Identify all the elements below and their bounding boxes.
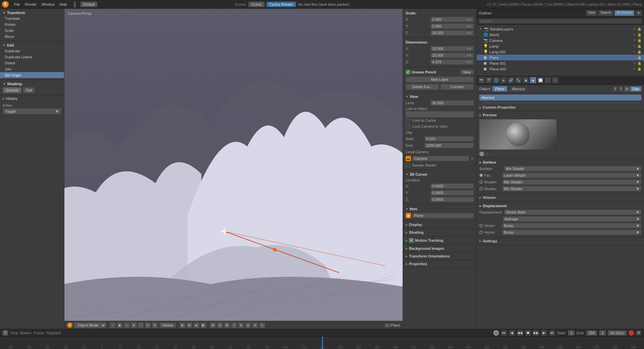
skip-start-btn[interactable]: ⏮ <box>501 330 507 336</box>
f-badge[interactable]: F <box>619 86 624 92</box>
particles-icon-btn[interactable]: ∴ <box>544 77 551 83</box>
outliner-filter-btn[interactable]: ▼ <box>635 10 642 16</box>
vector1-dropdown[interactable]: Bump ▼ <box>502 223 641 228</box>
timeline-extra-btn[interactable]: ⚙ <box>636 330 641 336</box>
preview-plane-btn[interactable] <box>485 152 489 156</box>
set-origin-item[interactable]: Set Origin <box>0 72 64 78</box>
delete-fra-btn[interactable]: Delete Fra... <box>406 84 439 90</box>
texture-shading-btn[interactable]: ◧ <box>200 322 207 328</box>
scene-name[interactable]: Scene <box>248 2 264 7</box>
mirror-item[interactable]: Mirror <box>0 34 64 40</box>
scale-z-field[interactable]: 16.325 ◄► <box>430 30 474 36</box>
menu-window[interactable]: Window <box>40 2 57 7</box>
history-header[interactable]: ▶ History <box>0 96 64 102</box>
render-shading-btn[interactable]: ◈ <box>193 322 199 328</box>
display-header[interactable]: ▶ Display <box>403 222 476 228</box>
close-badge[interactable]: ✕ <box>624 86 630 92</box>
alienice-layer-row[interactable]: Alienice <box>479 95 641 101</box>
tool-btn-pivot[interactable]: ⊡ <box>152 322 158 328</box>
vector2-radio[interactable] <box>479 231 483 234</box>
smooth-button[interactable]: Smooth <box>3 87 21 93</box>
motion-tracking-check[interactable]: ✓ <box>409 238 414 243</box>
extra-btn-5[interactable]: ⊕ <box>238 322 244 328</box>
menu-help[interactable]: Help <box>57 2 69 7</box>
prev-frame-btn[interactable]: ◀ <box>509 330 515 336</box>
next-frame-btn[interactable]: ▶ <box>541 330 547 336</box>
props-plane-btn[interactable]: Plane <box>492 86 507 92</box>
timeline-icon[interactable]: ⏱ <box>3 330 8 336</box>
fac-dropdown[interactable]: Layer Weight ▼ <box>502 173 641 178</box>
cursor-3d-header[interactable]: ▼ 3D Cursor <box>403 171 476 177</box>
outliner-search-input[interactable] <box>479 18 642 24</box>
tool-btn-4[interactable]: ⊕ <box>131 322 137 328</box>
delete-item[interactable]: Delete <box>0 60 64 66</box>
volume-header[interactable]: ▶ Volume <box>477 194 644 200</box>
fac-radio[interactable] <box>479 174 483 177</box>
physics-icon-btn[interactable]: ⚛ <box>552 77 559 83</box>
background-images-header[interactable]: ▶ Background Images <box>403 245 476 251</box>
vector2-dropdown[interactable]: Bump ▼ <box>502 230 641 235</box>
tab-search[interactable]: Search <box>598 10 613 16</box>
camera-close-icon[interactable]: ✕ <box>471 157 474 161</box>
tool-btn-6[interactable]: ⟳ <box>145 322 151 328</box>
pivot-select[interactable]: Global <box>159 323 176 328</box>
dim-z-field[interactable]: 4.378 ◄► <box>430 59 474 65</box>
timeline-playback-btn[interactable]: Playback <box>46 331 61 335</box>
constraints-icon-btn[interactable]: 🔗 <box>508 77 514 83</box>
wire-shading-btn[interactable]: ⊞ <box>186 322 192 328</box>
item-header[interactable]: ▼ Item <box>403 206 476 212</box>
tree-item-plane002[interactable]: ▣ Plane.002 👁 🔒 <box>477 66 644 72</box>
extra-btn-3[interactable]: ⊠ <box>224 322 230 328</box>
menu-file[interactable]: File <box>12 2 22 7</box>
tree-item-plane001[interactable]: ▣ Plane.001 👁 🔒 <box>477 60 644 66</box>
object-icon-btn[interactable]: ◈ <box>500 77 507 83</box>
shader1-radio[interactable] <box>479 180 483 184</box>
tree-item-world[interactable]: 🌐 World 👁 🔒 <box>477 32 644 38</box>
timeline-frame-btn[interactable]: Frame <box>34 331 44 335</box>
end-frame-field[interactable]: 250 <box>586 330 597 336</box>
tree-item-renderlayers[interactable]: ▼ 📷 RenderLayers 👁 🔒 <box>477 26 644 32</box>
tool-btn-1[interactable]: ○ <box>110 322 116 328</box>
play-btn[interactable]: ▶▶ <box>533 330 539 336</box>
transform-header[interactable]: Transform <box>0 10 64 15</box>
displacement-dropdown[interactable]: Vector Math ▼ <box>504 210 641 215</box>
shader2-radio[interactable] <box>479 187 483 190</box>
extra-btn-7[interactable]: ⊘ <box>252 322 258 328</box>
extra-btn-4[interactable]: ≡ <box>231 322 237 328</box>
current-frame-field[interactable]: 1 <box>599 330 606 336</box>
object-mode-select[interactable]: Object Mode <box>74 322 106 328</box>
average-dropdown[interactable]: Average ▼ <box>503 216 641 222</box>
tool-btn-2[interactable]: ◉ <box>117 322 123 328</box>
render-border-checkbox[interactable] <box>406 163 410 168</box>
tree-item-plane[interactable]: ▣ Plane 👁 🔒 <box>477 55 644 60</box>
scale-y-field[interactable]: 5.000 ◄► <box>430 23 474 29</box>
timeline-record-btn[interactable] <box>493 330 499 336</box>
duplicate-linked-item[interactable]: Duplicate Linked <box>0 54 64 60</box>
timeline-ruler[interactable]: -50 -40 -30 -20 -10 0 10 20 30 40 50 60 … <box>0 337 644 349</box>
tool-btn-3[interactable]: + <box>124 322 130 328</box>
solid-shading-btn[interactable]: ■ <box>179 322 185 328</box>
modifier-icon-btn[interactable]: 🔧 <box>515 77 522 83</box>
data-badge[interactable]: Data <box>630 86 641 92</box>
stop-btn[interactable]: ⏹ <box>525 330 531 336</box>
tree-item-camera[interactable]: 📷 Camera 👁 🔒 <box>477 38 644 43</box>
surface-type-dropdown[interactable]: Mix Shader ▼ <box>504 166 641 171</box>
tree-item-lamp[interactable]: 💡 Lamp 👁 🔒 <box>477 43 644 49</box>
flat-button[interactable]: Flat <box>23 87 35 93</box>
clip-start-field[interactable]: 0.100 <box>424 136 474 141</box>
settings-header[interactable]: ▶ Settings <box>477 238 644 244</box>
surface-header[interactable]: ▶ Surface <box>477 159 644 165</box>
grease-pencil-new-btn[interactable]: New <box>460 69 474 75</box>
dim-x-field[interactable]: 10.006 ◄► <box>430 46 474 51</box>
action-dropdown[interactable]: Toggle ▼ <box>3 108 61 114</box>
tree-item-lamp002[interactable]: 💡 Lamp.002 👁 🔒 <box>477 49 644 55</box>
grease-pencil-check[interactable]: ✓ <box>406 70 410 74</box>
displacement-header[interactable]: ▶ Displacement <box>477 203 644 209</box>
dim-y-field[interactable]: 10.000 ◄► <box>430 53 474 58</box>
convert-btn[interactable]: Convert <box>441 84 474 90</box>
extra-btn-1[interactable]: ⊞ <box>210 322 216 328</box>
sync-select[interactable]: No Sync <box>608 330 627 336</box>
cursor-x-field[interactable]: 0.0000 <box>430 183 474 189</box>
timeline-rec-dot[interactable] <box>629 330 634 336</box>
layer-number-badge[interactable]: 3 <box>612 86 618 92</box>
